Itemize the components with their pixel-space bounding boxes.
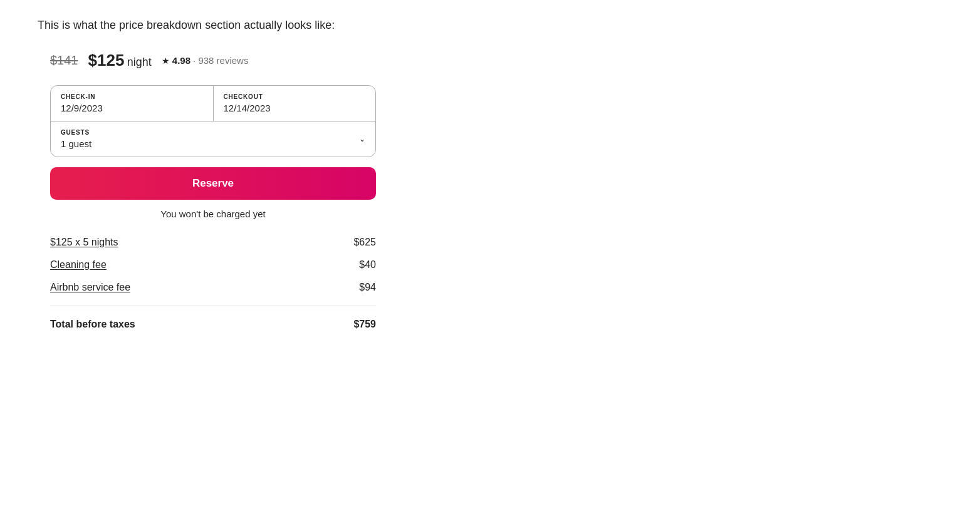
guests-row[interactable]: GUESTS 1 guest ⌄ — [51, 121, 375, 157]
chevron-down-icon: ⌄ — [359, 135, 365, 143]
service-amount: $94 — [359, 282, 376, 293]
cleaning-amount: $40 — [359, 259, 376, 271]
price-unit: night — [127, 56, 152, 68]
nights-label[interactable]: $125 x 5 nights — [50, 237, 118, 248]
current-price-block: $125 night — [88, 51, 152, 70]
reserve-button[interactable]: Reserve — [50, 167, 376, 200]
rating-section: ★ 4.98 · 938 reviews — [162, 55, 249, 66]
reviews-count: · 938 reviews — [193, 55, 248, 66]
price-breakdown: $125 x 5 nights $625 Cleaning fee $40 Ai… — [50, 237, 376, 330]
checkout-value: 12/14/2023 — [224, 103, 366, 113]
service-label[interactable]: Airbnb service fee — [50, 282, 130, 293]
intro-text: This is what the price breakdown section… — [38, 19, 942, 32]
date-guest-box: CHECK-IN 12/9/2023 CHECKOUT 12/14/2023 G… — [50, 85, 376, 157]
cleaning-row: Cleaning fee $40 — [50, 259, 376, 271]
original-price: $141 — [50, 53, 78, 68]
nights-row: $125 x 5 nights $625 — [50, 237, 376, 248]
rating-value: 4.98 — [172, 55, 190, 66]
total-label: Total before taxes — [50, 319, 135, 330]
guests-label: GUESTS — [61, 129, 91, 136]
checkin-value: 12/9/2023 — [61, 103, 203, 113]
booking-widget: $141 $125 night ★ 4.98 · 938 reviews CHE… — [50, 51, 376, 330]
cleaning-label[interactable]: Cleaning fee — [50, 259, 107, 271]
total-divider — [50, 306, 376, 306]
checkin-field[interactable]: CHECK-IN 12/9/2023 — [51, 86, 214, 121]
checkout-field[interactable]: CHECKOUT 12/14/2023 — [214, 86, 376, 121]
charge-notice: You won't be charged yet — [50, 209, 376, 219]
current-price: $125 — [88, 51, 125, 70]
guests-value: 1 guest — [61, 138, 91, 149]
nights-amount: $625 — [353, 237, 376, 248]
guests-info: GUESTS 1 guest — [61, 129, 91, 149]
price-header: $141 $125 night ★ 4.98 · 938 reviews — [50, 51, 376, 70]
service-row: Airbnb service fee $94 — [50, 282, 376, 293]
checkin-label: CHECK-IN — [61, 93, 203, 100]
total-amount: $759 — [353, 319, 376, 330]
total-row: Total before taxes $759 — [50, 319, 376, 330]
dates-row: CHECK-IN 12/9/2023 CHECKOUT 12/14/2023 — [51, 86, 375, 121]
star-icon: ★ — [162, 56, 170, 66]
checkout-label: CHECKOUT — [224, 93, 366, 100]
